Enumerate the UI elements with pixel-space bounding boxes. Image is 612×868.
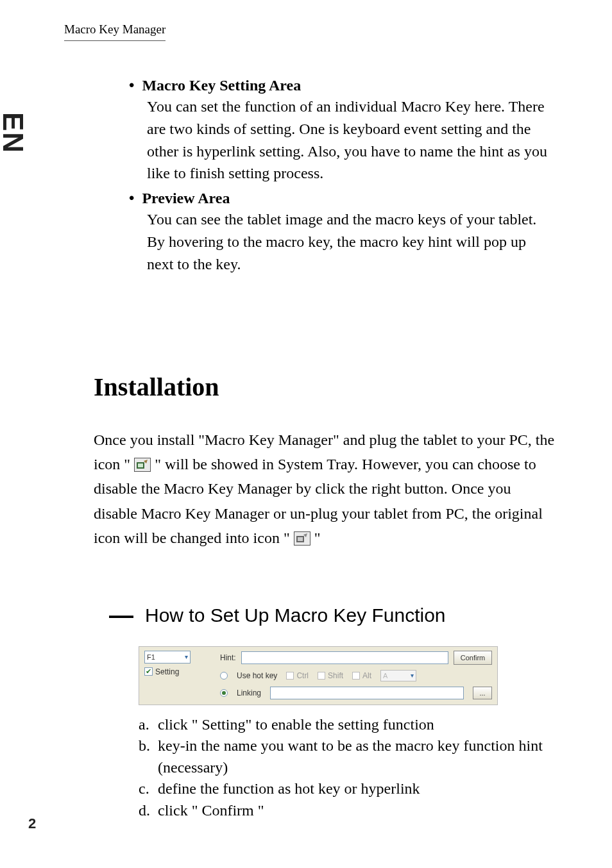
use-hotkey-label: Use hot key — [237, 671, 277, 680]
alt-label: Alt — [362, 671, 371, 680]
ctrl-checkbox[interactable] — [286, 672, 294, 680]
bullet-dot-icon: • — [129, 78, 134, 93]
settings-panel-screenshot: F1 ▾ ✔ Setting Hint: Confirm — [139, 646, 498, 705]
bullet-dot-icon: • — [129, 190, 134, 206]
step-letter: c. — [139, 778, 158, 800]
setting-checkbox-label: Setting — [155, 667, 179, 676]
installation-paragraph: Once you install "Macro Key Manager" and… — [94, 428, 556, 551]
macro-key-select-value: F1 — [147, 653, 155, 661]
feature-bullet-list: • Macro Key Setting Area You can set the… — [129, 77, 556, 276]
hint-input[interactable] — [241, 651, 448, 664]
hint-label: Hint: — [220, 653, 236, 662]
macro-key-select[interactable]: F1 ▾ — [144, 651, 191, 664]
svg-rect-1 — [138, 463, 143, 467]
step-c: define the function as hot key or hyperl… — [158, 778, 556, 800]
header-title: Macro Key Manager — [64, 22, 166, 41]
page-number: 2 — [28, 815, 36, 832]
chevron-down-icon: ▾ — [411, 672, 414, 679]
tray-enabled-icon — [134, 458, 151, 472]
setup-steps-list: a.click " Setting" to enable the setting… — [139, 714, 556, 822]
install-text-part3: " — [314, 530, 321, 546]
confirm-button[interactable]: Confirm — [454, 651, 492, 665]
step-b: key-in the name you want to be as the ma… — [158, 735, 556, 778]
bullet-title: Macro Key Setting Area — [142, 77, 301, 94]
ctrl-label: Ctrl — [296, 671, 309, 680]
shift-checkbox[interactable] — [318, 672, 325, 680]
linking-radio[interactable] — [220, 689, 228, 697]
sidebar-lang-indicator: EN — [0, 112, 29, 154]
linking-path-input[interactable] — [270, 687, 464, 699]
shift-label: Shift — [328, 671, 343, 680]
key-select-value: A — [383, 672, 387, 680]
installation-heading: Installation — [94, 372, 556, 402]
step-a: click " Setting" to enable the setting f… — [158, 714, 556, 736]
dash-icon: — — [109, 602, 133, 630]
setting-checkbox[interactable]: ✔ — [144, 667, 153, 676]
tray-disabled-icon — [294, 531, 310, 546]
step-d: click " Confirm " — [158, 800, 556, 822]
howto-heading: How to Set Up Macro Key Function — [145, 605, 446, 626]
key-select[interactable]: A ▾ — [380, 670, 416, 681]
bullet-title: Preview Area — [142, 190, 230, 207]
svg-rect-3 — [298, 537, 303, 541]
browse-button[interactable]: ... — [473, 687, 492, 699]
step-letter: d. — [139, 800, 158, 822]
linking-label: Linking — [237, 689, 261, 697]
bullet-preview-area: • Preview Area You can see the tablet im… — [129, 190, 556, 275]
alt-checkbox[interactable] — [352, 672, 360, 680]
bullet-macro-key-setting: • Macro Key Setting Area You can set the… — [129, 77, 556, 185]
bullet-body: You can set the function of an individua… — [147, 96, 556, 185]
chevron-down-icon: ▾ — [185, 653, 188, 660]
step-letter: b. — [139, 735, 158, 778]
bullet-body: You can see the tablet image and the mac… — [147, 208, 556, 275]
step-letter: a. — [139, 714, 158, 736]
use-hotkey-radio[interactable] — [220, 672, 228, 680]
